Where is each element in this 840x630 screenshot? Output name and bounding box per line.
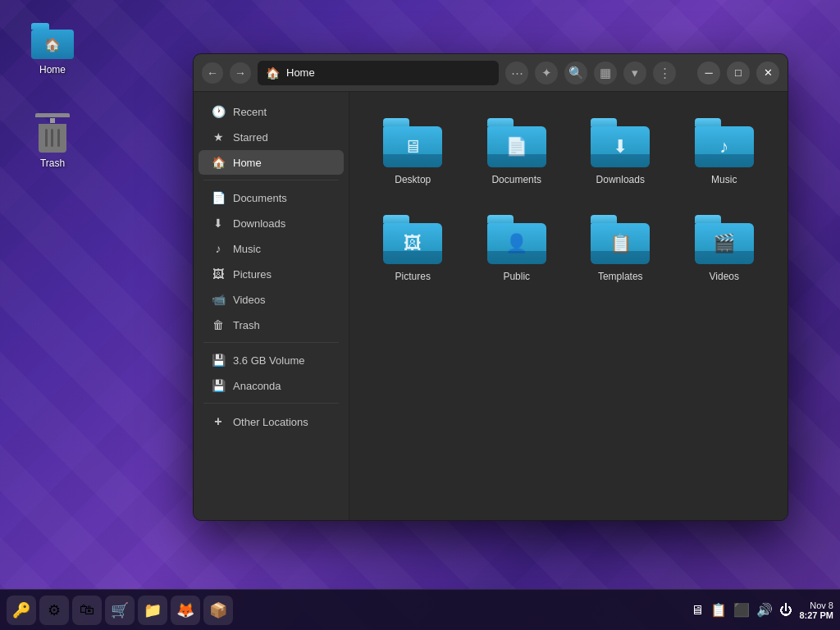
back-button[interactable]: ← — [202, 62, 223, 84]
documents-folder-icon: 📄 — [487, 118, 546, 167]
home-nav-icon: 🏠 — [212, 156, 225, 169]
sort-button[interactable]: ▾ — [623, 62, 646, 84]
terminal-icon[interactable]: ⬛ — [733, 602, 750, 618]
taskbar-date: Nov 8 — [799, 600, 833, 610]
sidebar-item-other[interactable]: + Other Locations — [199, 409, 344, 435]
close-button[interactable]: ✕ — [756, 62, 779, 84]
taskbar-settings[interactable]: ⚙ — [39, 596, 69, 625]
sidebar-label-home: Home — [233, 157, 262, 169]
trash-icon — [35, 113, 70, 153]
address-text: Home — [286, 66, 315, 79]
sidebar-label-trash: Trash — [233, 319, 260, 331]
menu-button[interactable]: ⋮ — [653, 62, 676, 84]
sidebar-item-anaconda[interactable]: 💾 Anaconda — [199, 373, 344, 398]
sidebar-divider-3 — [203, 403, 339, 404]
sidebar-divider-2 — [203, 342, 339, 343]
folder-label-downloads: Downloads — [596, 174, 645, 185]
recent-icon: 🕐 — [212, 105, 225, 118]
folder-grid: 🖥 Desktop 📄 Documents — [366, 108, 771, 292]
folder-label-templates: Templates — [598, 271, 643, 282]
templates-folder-icon: 📋 — [591, 215, 650, 264]
taskbar-firefox[interactable]: 🦊 — [171, 596, 200, 625]
folder-label-desktop: Desktop — [395, 174, 431, 185]
power-icon[interactable]: ⏻ — [779, 603, 792, 618]
home-folder-icon: 🏠 — [31, 23, 74, 59]
sidebar-item-trash[interactable]: 🗑 Trash — [199, 313, 344, 337]
clipboard-icon[interactable]: 📋 — [710, 602, 727, 618]
titlebar: ← → 🏠 Home ⋯ ✦ 🔍 ▦ ▾ ⋮ ─ □ ✕ — [194, 54, 788, 92]
maximize-button[interactable]: □ — [727, 62, 750, 84]
folder-item-desktop[interactable]: 🖥 Desktop — [366, 108, 460, 195]
folder-label-public: Public — [503, 271, 530, 282]
sidebar-item-volume[interactable]: 💾 3.6 GB Volume — [199, 348, 344, 372]
sidebar-item-pictures[interactable]: 🖼 Pictures — [199, 262, 344, 286]
sidebar-label-pictures: Pictures — [233, 268, 272, 281]
volume-icon: 💾 — [212, 354, 225, 367]
sidebar-label-downloads: Downloads — [233, 217, 285, 230]
folder-item-videos[interactable]: 🎬 Videos — [678, 205, 772, 292]
sidebar-item-home[interactable]: 🏠 Home — [199, 150, 344, 175]
home-icon-label: Home — [39, 64, 66, 75]
taskbar-files[interactable]: 📁 — [138, 596, 167, 625]
sidebar-item-starred[interactable]: ★ Starred — [199, 125, 344, 149]
sidebar-item-documents[interactable]: 📄 Documents — [199, 185, 344, 210]
pictures-icon: 🖼 — [212, 267, 225, 281]
main-content: 🖥 Desktop 📄 Documents — [349, 92, 788, 520]
folder-label-videos: Videos — [710, 271, 739, 282]
other-locations-icon: + — [212, 414, 225, 429]
taskbar-software[interactable]: 🛍 — [72, 596, 102, 625]
folder-item-music[interactable]: ♪ Music — [678, 108, 772, 195]
taskbar-keyring[interactable]: 🔑 — [7, 596, 36, 625]
sidebar-label-anaconda: Anaconda — [233, 380, 281, 392]
folder-item-pictures[interactable]: 🖼 Pictures — [366, 205, 460, 292]
videos-icon: 📹 — [212, 293, 225, 306]
desktop-icon-trash[interactable]: Trash — [20, 107, 85, 176]
volume-status-icon[interactable]: 🔊 — [756, 602, 773, 618]
sidebar-item-music[interactable]: ♪ Music — [199, 236, 344, 261]
forward-button[interactable]: → — [230, 62, 251, 84]
anaconda-icon: 💾 — [212, 379, 225, 392]
new-tab-button[interactable]: ⋯ — [505, 62, 528, 84]
screen-icon[interactable]: 🖥 — [691, 603, 704, 618]
sidebar-divider-1 — [203, 180, 339, 180]
documents-icon: 📄 — [212, 191, 225, 204]
sidebar-item-videos[interactable]: 📹 Videos — [199, 287, 344, 312]
view-toggle-button[interactable]: ▦ — [594, 62, 617, 84]
minimize-button[interactable]: ─ — [697, 62, 720, 84]
search-button[interactable]: 🔍 — [564, 62, 587, 84]
taskbar-right: 🖥 📋 ⬛ 🔊 ⏻ Nov 8 8:27 PM — [691, 600, 833, 620]
folder-label-documents: Documents — [491, 174, 541, 185]
bookmark-button[interactable]: ✦ — [535, 62, 558, 84]
sidebar-label-volume: 3.6 GB Volume — [233, 354, 304, 367]
taskbar-time: 8:27 PM — [799, 610, 833, 620]
folder-item-documents[interactable]: 📄 Documents — [470, 108, 564, 195]
public-folder-icon: 👤 — [487, 215, 546, 264]
sidebar-label-documents: Documents — [233, 192, 287, 204]
folder-label-music: Music — [711, 174, 737, 185]
sidebar-label-starred: Starred — [233, 131, 268, 144]
downloads-icon: ⬇ — [212, 217, 225, 230]
folder-item-templates[interactable]: 📋 Templates — [573, 205, 668, 292]
sidebar-label-videos: Videos — [233, 294, 266, 306]
folder-item-public[interactable]: 👤 Public — [470, 205, 564, 292]
address-bar[interactable]: 🏠 Home — [258, 61, 499, 85]
trash-nav-icon: 🗑 — [212, 318, 225, 331]
pictures-folder-icon: 🖼 — [383, 215, 442, 264]
music-folder-icon: ♪ — [695, 118, 754, 167]
trash-icon-label: Trash — [40, 158, 65, 169]
sidebar: 🕐 Recent ★ Starred 🏠 Home 📄 Documents ⬇ … — [194, 92, 349, 520]
window-body: 🕐 Recent ★ Starred 🏠 Home 📄 Documents ⬇ … — [194, 92, 788, 520]
videos-folder-icon: 🎬 — [695, 215, 754, 264]
sidebar-label-recent: Recent — [233, 106, 267, 118]
taskbar: 🔑 ⚙ 🛍 🛒 📁 🦊 📦 🖥 📋 ⬛ 🔊 ⏻ Nov 8 8:27 PM — [0, 589, 840, 630]
downloads-folder-icon: ⬇ — [591, 118, 650, 167]
taskbar-clock[interactable]: Nov 8 8:27 PM — [799, 600, 833, 620]
taskbar-appstore[interactable]: 🛒 — [105, 596, 135, 625]
desktop-icon-home[interactable]: 🏠 Home — [20, 16, 85, 82]
sidebar-item-downloads[interactable]: ⬇ Downloads — [199, 211, 344, 235]
sidebar-item-recent[interactable]: 🕐 Recent — [199, 99, 344, 124]
folder-item-downloads[interactable]: ⬇ Downloads — [573, 108, 668, 195]
home-address-icon: 🏠 — [266, 66, 280, 80]
taskbar-appimage[interactable]: 📦 — [203, 596, 233, 625]
sidebar-label-music: Music — [233, 243, 261, 255]
